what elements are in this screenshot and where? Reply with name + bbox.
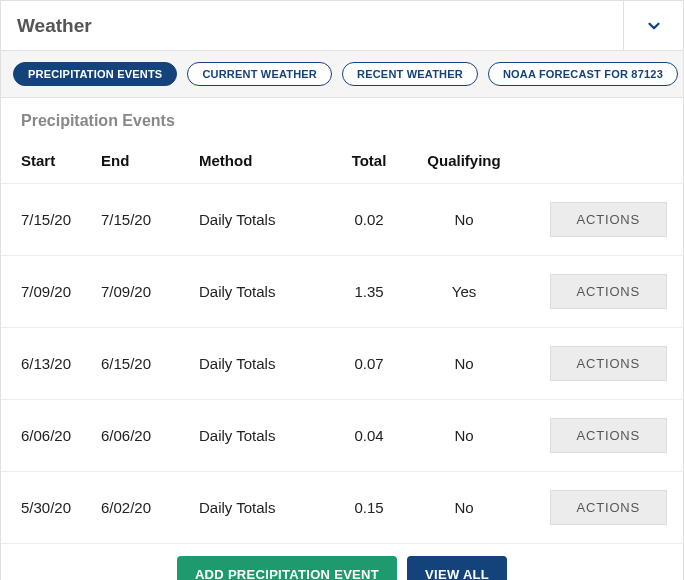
cell-start: 6/13/20 [13, 355, 101, 372]
tab-current-weather[interactable]: CURRENT WEATHER [187, 62, 332, 86]
table-header: Start End Method Total Qualifying [1, 142, 683, 183]
cell-method: Daily Totals [199, 211, 329, 228]
weather-panel: Weather PRECIPITATION EVENTS CURRENT WEA… [0, 0, 684, 580]
cell-qualifying: No [409, 499, 519, 516]
actions-button[interactable]: ACTIONS [550, 490, 667, 525]
cell-total: 0.07 [329, 355, 409, 372]
actions-button[interactable]: ACTIONS [550, 346, 667, 381]
cell-total: 0.02 [329, 211, 409, 228]
section-title: Precipitation Events [1, 98, 683, 142]
view-all-button[interactable]: VIEW ALL [407, 556, 507, 580]
cell-start: 5/30/20 [13, 499, 101, 516]
cell-total: 0.04 [329, 427, 409, 444]
cell-qualifying: No [409, 427, 519, 444]
cell-qualifying: No [409, 211, 519, 228]
collapse-toggle[interactable] [623, 1, 683, 50]
cell-method: Daily Totals [199, 427, 329, 444]
actions-button[interactable]: ACTIONS [550, 202, 667, 237]
cell-start: 7/15/20 [13, 211, 101, 228]
cell-method: Daily Totals [199, 355, 329, 372]
table-row: 7/09/20 7/09/20 Daily Totals 1.35 Yes AC… [1, 255, 683, 327]
cell-end: 6/06/20 [101, 427, 199, 444]
table-row: 6/06/20 6/06/20 Daily Totals 0.04 No ACT… [1, 399, 683, 471]
tab-noaa-forecast[interactable]: NOAA FORECAST FOR 87123 [488, 62, 678, 86]
table-row: 7/15/20 7/15/20 Daily Totals 0.02 No ACT… [1, 183, 683, 255]
cell-method: Daily Totals [199, 283, 329, 300]
add-precipitation-event-button[interactable]: ADD PRECIPITATION EVENT [177, 556, 397, 580]
table-row: 6/13/20 6/15/20 Daily Totals 0.07 No ACT… [1, 327, 683, 399]
actions-button[interactable]: ACTIONS [550, 418, 667, 453]
chevron-down-icon [645, 17, 663, 35]
cell-end: 7/09/20 [101, 283, 199, 300]
panel-header: Weather [1, 1, 683, 51]
cell-end: 6/15/20 [101, 355, 199, 372]
cell-end: 7/15/20 [101, 211, 199, 228]
tab-precipitation-events[interactable]: PRECIPITATION EVENTS [13, 62, 177, 86]
cell-total: 1.35 [329, 283, 409, 300]
tab-recent-weather[interactable]: RECENT WEATHER [342, 62, 478, 86]
actions-button[interactable]: ACTIONS [550, 274, 667, 309]
cell-start: 6/06/20 [13, 427, 101, 444]
cell-end: 6/02/20 [101, 499, 199, 516]
table-row: 5/30/20 6/02/20 Daily Totals 0.15 No ACT… [1, 471, 683, 543]
col-header-actions [519, 152, 671, 169]
col-header-method: Method [199, 152, 329, 169]
cell-start: 7/09/20 [13, 283, 101, 300]
col-header-qualifying: Qualifying [409, 152, 519, 169]
footer-bar: ADD PRECIPITATION EVENT VIEW ALL [1, 543, 683, 580]
col-header-start: Start [13, 152, 101, 169]
tabs-bar: PRECIPITATION EVENTS CURRENT WEATHER REC… [1, 51, 683, 98]
panel-title: Weather [1, 15, 92, 37]
cell-total: 0.15 [329, 499, 409, 516]
cell-qualifying: Yes [409, 283, 519, 300]
col-header-end: End [101, 152, 199, 169]
cell-qualifying: No [409, 355, 519, 372]
col-header-total: Total [329, 152, 409, 169]
cell-method: Daily Totals [199, 499, 329, 516]
